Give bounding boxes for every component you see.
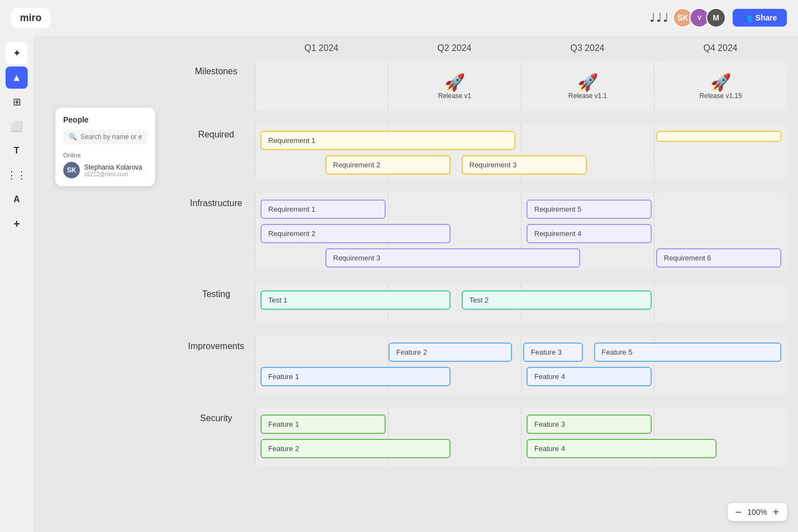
feature5-card[interactable]: Feature 5 <box>594 342 782 362</box>
main-content: People 🔍 Online SK Stephania Kolarova s5… <box>33 35 798 532</box>
avatars-group: SK V M <box>676 8 726 28</box>
req1-card[interactable]: Requirement 1 <box>260 131 515 150</box>
feature1-container: Feature 1 <box>255 365 456 388</box>
infra-req2: Requirement 2 <box>255 222 456 245</box>
milestone-1-label: Release v1 <box>438 92 471 100</box>
test1-container: Test 1 <box>255 288 456 312</box>
milestone-2-label: Release v1.1 <box>568 92 607 100</box>
online-label: Online <box>63 152 147 158</box>
feature4-card[interactable]: Feature 4 <box>526 367 652 386</box>
infra-req5-card[interactable]: Requirement 5 <box>526 200 652 219</box>
infra-r3-spacer <box>255 246 320 270</box>
test2-card[interactable]: Test 2 <box>462 290 652 310</box>
infra-r2-spacer <box>456 222 521 245</box>
security-content: Feature 1 Feature 3 Feature 2 Feature <box>255 408 787 467</box>
test2-container: Test 2 <box>456 288 657 312</box>
req2-card[interactable]: Requirement 2 <box>325 155 451 175</box>
req3-card[interactable]: Requirement 3 <box>462 155 587 175</box>
rocket-icon-3: 🚀 <box>710 73 731 92</box>
tool-add[interactable]: + <box>6 213 28 235</box>
imp-r2-spacer <box>456 365 521 388</box>
milestone-q3-cell: 🚀 Release v1.1 <box>521 61 654 111</box>
zoom-in-button[interactable]: + <box>773 507 779 518</box>
feature5-container: Feature 5 <box>589 340 787 364</box>
rocket-icon-1: 🚀 <box>444 73 465 92</box>
tool-sticky[interactable]: ⬜ <box>6 115 28 137</box>
infra-req4-card[interactable]: Requirement 4 <box>526 224 652 243</box>
milestones-row: Milestones 🚀 Release v1 🚀 Release v1.1 🚀 <box>177 61 787 111</box>
required-content: Requirement 1 Requirement 2 Requirement … <box>255 124 787 180</box>
required-row: Required Requirement 1 <box>177 124 787 180</box>
sec-r1-spacer2 <box>657 412 787 436</box>
milestone-q1-cell <box>255 61 388 111</box>
user-name: Stephania Kolarova <box>84 163 142 171</box>
quarter-q2: Q2 2024 <box>388 41 521 55</box>
infrastructure-label: Infrastructure <box>177 193 255 208</box>
testing-row: Testing Test 1 Test 2 <box>177 284 787 323</box>
infra-req2-card[interactable]: Requirement 2 <box>260 224 451 243</box>
sec-r1-spacer <box>391 412 521 436</box>
milestones-label: Milestones <box>177 61 255 76</box>
improvements-label: Improvements <box>177 336 255 351</box>
sec-feature3-card[interactable]: Feature 3 <box>526 415 652 434</box>
user-info: Stephania Kolarova s5212@miro.com <box>84 163 142 177</box>
nav-right: ♩♩♩ SK V M 👥 Share <box>649 8 787 28</box>
milestone-q2-cell: 🚀 Release v1 <box>388 61 521 111</box>
infra-r3-spacer2 <box>586 246 651 270</box>
req1-spacer <box>521 129 651 152</box>
milestone-q4-cell: 🚀 Release v1.15 <box>654 61 787 111</box>
left-toolbar: ✦ ▲ ⊞ ⬜ T ⋮⋮ A + <box>0 35 33 532</box>
zoom-level: 100% <box>748 508 768 516</box>
tool-select[interactable]: ▲ <box>6 66 28 89</box>
tool-text[interactable]: T <box>6 140 28 162</box>
imp-r2-spacer2 <box>657 365 787 388</box>
search-box: 🔍 <box>63 130 147 144</box>
milestone-3-label: Release v1.15 <box>699 92 742 100</box>
req4-container <box>651 129 787 152</box>
imp-r1-spacer <box>255 340 383 364</box>
people-panel: People 🔍 Online SK Stephania Kolarova s5… <box>55 108 155 186</box>
req1-container: Requirement 1 <box>255 129 521 152</box>
infra-req1-card[interactable]: Requirement 1 <box>260 200 386 219</box>
tool-shapes[interactable]: ⋮⋮ <box>6 164 28 186</box>
feature3-card[interactable]: Feature 3 <box>523 342 583 362</box>
feature1-card[interactable]: Feature 1 <box>260 367 451 386</box>
infra-req3-card[interactable]: Requirement 3 <box>325 248 580 268</box>
feature2-card[interactable]: Feature 2 <box>388 342 512 362</box>
quarter-q4: Q4 2024 <box>654 41 787 55</box>
share-button[interactable]: 👥 Share <box>733 9 787 27</box>
quarters-header: Q1 2024 Q2 2024 Q3 2024 Q4 2024 <box>255 41 787 55</box>
imp-row-1: Feature 2 Feature 3 Feature 5 <box>255 340 787 364</box>
sec-feat4-container: Feature 4 <box>521 437 722 461</box>
feature3-container: Feature 3 <box>518 340 589 364</box>
sec-feature2-card[interactable]: Feature 2 <box>260 439 451 458</box>
req3-spacer <box>592 153 787 177</box>
tool-font[interactable]: A <box>6 188 28 211</box>
feature4-container: Feature 4 <box>521 365 657 388</box>
tool-sparkle[interactable]: ✦ <box>6 42 28 64</box>
user-avatar: SK <box>63 162 80 178</box>
sec-feat1-container: Feature 1 <box>255 412 391 436</box>
zoom-out-button[interactable]: − <box>735 507 742 518</box>
search-input[interactable] <box>80 133 142 141</box>
required-row-2: Requirement 2 Requirement 3 <box>255 153 787 177</box>
sec-row-1: Feature 1 Feature 3 <box>255 412 787 436</box>
people-panel-title: People <box>63 115 147 124</box>
infra-req6-card[interactable]: Requirement 6 <box>656 248 781 268</box>
sec-feature1-card[interactable]: Feature 1 <box>260 415 386 434</box>
security-label: Security <box>177 408 255 423</box>
required-row-1: Requirement 1 <box>255 129 787 152</box>
quarter-q3: Q3 2024 <box>521 41 654 55</box>
tool-grid[interactable]: ⊞ <box>6 91 28 113</box>
req4-card[interactable] <box>656 131 781 142</box>
infra-row-1: Requirement 1 Requirement 5 <box>255 197 787 221</box>
share-label: Share <box>755 13 777 22</box>
sec-r2-spacer2 <box>722 437 787 461</box>
testing-row-1: Test 1 Test 2 <box>255 288 787 312</box>
infra-req1: Requirement 1 <box>255 197 391 221</box>
user-email: s5212@miro.com <box>84 171 142 177</box>
test1-card[interactable]: Test 1 <box>260 290 451 310</box>
sec-feat3-container: Feature 3 <box>521 412 657 436</box>
sec-feature4-card[interactable]: Feature 4 <box>526 439 717 458</box>
infra-req3: Requirement 3 <box>320 246 586 270</box>
